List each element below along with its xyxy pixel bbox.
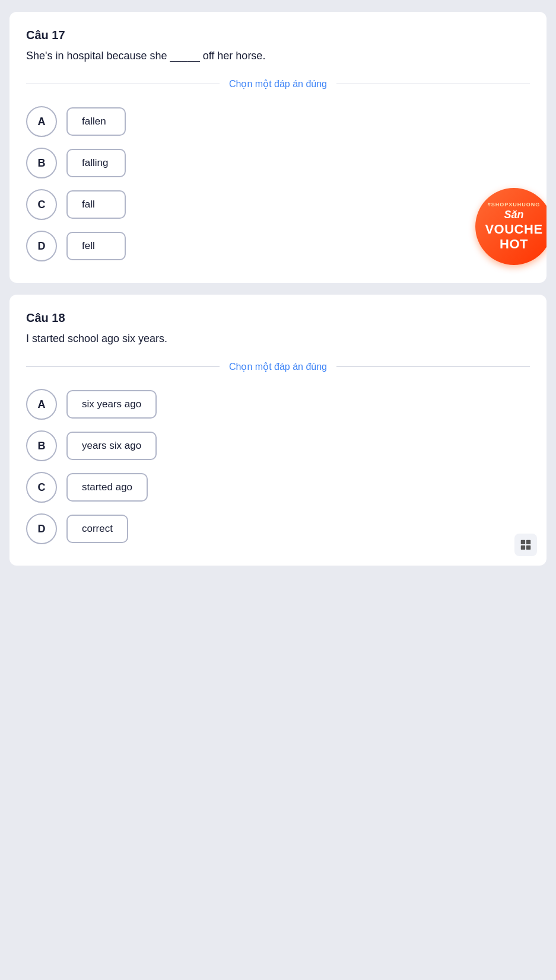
option-17-a-circle: A <box>26 106 57 137</box>
option-18-b-circle: B <box>26 430 57 461</box>
option-18-a-box: six years ago <box>66 390 157 419</box>
svg-rect-2 <box>521 545 525 550</box>
option-17-b[interactable]: B falling <box>26 148 530 178</box>
voucher-tag: #SHOPXUHUONG <box>488 202 541 208</box>
question-17-text: She's in hospital because she _____ off … <box>26 48 530 64</box>
option-17-d-circle: D <box>26 231 57 261</box>
divider-line-left <box>26 84 220 84</box>
divider-line-right <box>336 84 530 84</box>
divider-label-17: Chọn một đáp án đúng <box>229 78 327 90</box>
question-17-options: A fallen B falling C fall D fell <box>26 106 530 261</box>
question-17-divider: Chọn một đáp án đúng <box>26 78 530 90</box>
divider-line-right-18 <box>336 366 530 367</box>
voucher-main: VOUCHEHOT <box>485 222 542 251</box>
option-17-b-circle: B <box>26 148 57 178</box>
option-18-c[interactable]: C started ago <box>26 472 530 503</box>
option-17-c-circle: C <box>26 189 57 220</box>
option-18-c-box: started ago <box>66 473 148 502</box>
option-18-d-circle: D <box>26 513 57 544</box>
grid-icon[interactable] <box>514 534 537 556</box>
option-18-a[interactable]: A six years ago <box>26 389 530 420</box>
option-17-d[interactable]: D fell <box>26 231 530 261</box>
option-18-d[interactable]: D correct <box>26 513 530 544</box>
question-17-card: Câu 17 She's in hospital because she ___… <box>9 12 547 283</box>
option-17-d-box: fell <box>66 232 126 260</box>
divider-label-18: Chọn một đáp án đúng <box>229 361 327 372</box>
svg-rect-3 <box>526 545 530 550</box>
grid-svg <box>519 538 532 551</box>
option-18-a-circle: A <box>26 389 57 420</box>
option-17-c[interactable]: C fall <box>26 189 530 220</box>
voucher-san: Săn <box>504 209 523 221</box>
divider-line-left-18 <box>26 366 220 367</box>
option-17-a-box: fallen <box>66 107 126 136</box>
option-18-d-box: correct <box>66 515 128 543</box>
option-18-b-box: years six ago <box>66 432 157 460</box>
option-17-c-box: fall <box>66 190 126 219</box>
question-18-card: Câu 18 I started school ago six years. C… <box>9 295 547 566</box>
question-18-number: Câu 18 <box>26 311 530 325</box>
option-17-b-box: falling <box>66 149 126 177</box>
question-18-text: I started school ago six years. <box>26 331 530 347</box>
question-18-options: A six years ago B years six ago C starte… <box>26 389 530 544</box>
svg-rect-0 <box>521 540 525 544</box>
voucher-badge[interactable]: #SHOPXUHUONG Săn VOUCHEHOT <box>475 188 547 265</box>
svg-rect-1 <box>526 540 530 544</box>
option-18-c-circle: C <box>26 472 57 503</box>
option-17-a[interactable]: A fallen <box>26 106 530 137</box>
option-18-b[interactable]: B years six ago <box>26 430 530 461</box>
question-17-number: Câu 17 <box>26 28 530 42</box>
question-18-divider: Chọn một đáp án đúng <box>26 361 530 372</box>
